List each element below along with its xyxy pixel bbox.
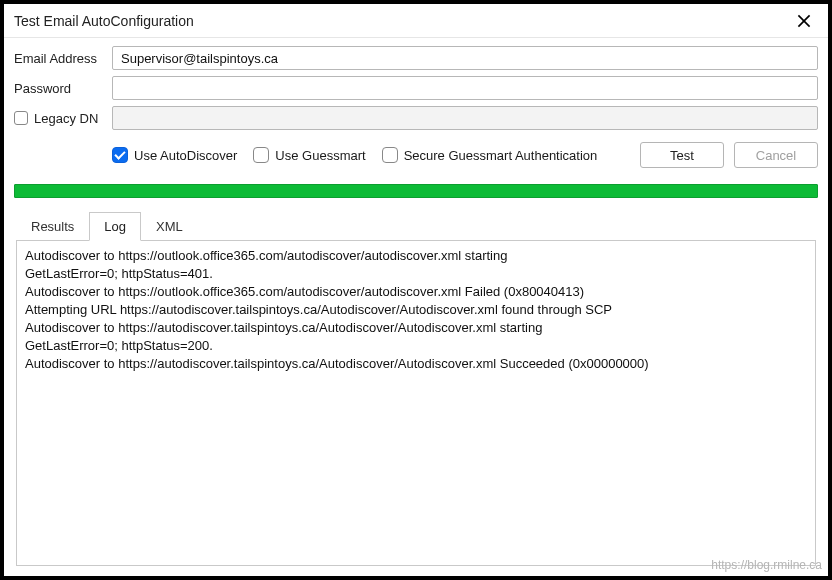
tab-results[interactable]: Results [16, 212, 89, 241]
form-area: Email Address Password Legacy DN Use Aut… [4, 38, 828, 174]
window-title: Test Email AutoConfiguration [14, 13, 194, 29]
password-row: Password [14, 76, 818, 100]
cancel-button: Cancel [734, 142, 818, 168]
test-button[interactable]: Test [640, 142, 724, 168]
secure-guessmart-option[interactable]: Secure Guessmart Authentication [382, 147, 598, 163]
log-line: Autodiscover to https://outlook.office36… [25, 247, 807, 265]
log-line: Autodiscover to https://autodiscover.tai… [25, 355, 807, 373]
legacydn-row: Legacy DN [14, 106, 818, 130]
legacydn-checkbox[interactable] [14, 111, 28, 125]
log-line: GetLastError=0; httpStatus=401. [25, 265, 807, 283]
email-input[interactable] [112, 46, 818, 70]
autodiscover-option[interactable]: Use AutoDiscover [112, 147, 237, 163]
password-input[interactable] [112, 76, 818, 100]
dialog-frame: Test Email AutoConfiguration Email Addre… [0, 0, 832, 580]
log-output[interactable]: Autodiscover to https://outlook.office36… [16, 240, 816, 566]
close-button[interactable] [790, 7, 818, 35]
progress-bar [14, 184, 818, 198]
log-line: GetLastError=0; httpStatus=200. [25, 337, 807, 355]
titlebar: Test Email AutoConfiguration [4, 4, 828, 38]
watermark: https://blog.rmilne.ca [711, 558, 822, 572]
email-label: Email Address [14, 51, 112, 66]
log-line: Autodiscover to https://outlook.office36… [25, 283, 807, 301]
log-line: Attempting URL https://autodiscover.tail… [25, 301, 807, 319]
legacydn-label: Legacy DN [34, 111, 98, 126]
guessmart-option[interactable]: Use Guessmart [253, 147, 365, 163]
tabs: Results Log XML [16, 212, 816, 241]
guessmart-checkbox[interactable] [253, 147, 269, 163]
tab-xml[interactable]: XML [141, 212, 198, 241]
secure-guessmart-checkbox[interactable] [382, 147, 398, 163]
guessmart-label: Use Guessmart [275, 148, 365, 163]
legacydn-input [112, 106, 818, 130]
close-icon [797, 14, 811, 28]
options-row: Use AutoDiscover Use Guessmart Secure Gu… [14, 142, 818, 168]
action-buttons: Test Cancel [640, 142, 818, 168]
autodiscover-checkbox[interactable] [112, 147, 128, 163]
autodiscover-label: Use AutoDiscover [134, 148, 237, 163]
email-row: Email Address [14, 46, 818, 70]
log-line: Autodiscover to https://autodiscover.tai… [25, 319, 807, 337]
password-label: Password [14, 81, 112, 96]
tab-log[interactable]: Log [89, 212, 141, 241]
secure-guessmart-label: Secure Guessmart Authentication [404, 148, 598, 163]
